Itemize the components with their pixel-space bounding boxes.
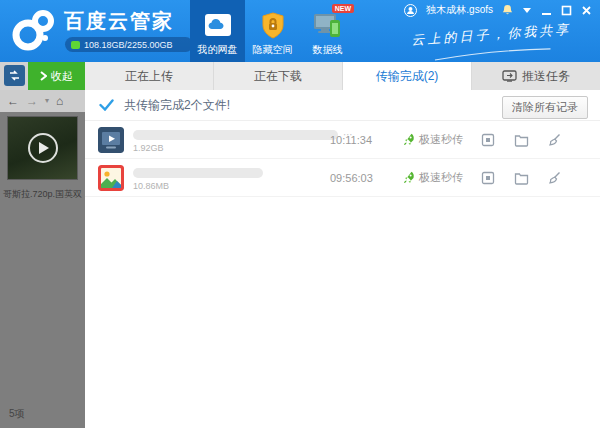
broom-icon[interactable] <box>546 170 562 186</box>
file-row[interactable]: ⋯ 1.92GB 10:11:34 极速秒传 <box>85 121 600 159</box>
completed-transfers-panel: 共传输完成2个文件! 清除所有记录 ⋯ 1.92GB 10:11:34 <box>85 90 600 428</box>
transfer-tabs: 正在上传 正在下载 传输完成(2) 推送任务 <box>85 62 600 90</box>
hidden-space-shield-lock-icon <box>261 9 285 41</box>
transfer-mini-icon[interactable] <box>4 65 25 86</box>
file-time: 09:56:03 <box>330 172 373 184</box>
collapse-button[interactable]: 收起 <box>28 62 85 90</box>
baidu-cloud-logo-icon <box>12 8 58 52</box>
tab-label: 传输完成(2) <box>376 68 439 85</box>
rapid-upload-badge: 极速秒传 <box>403 170 463 185</box>
nav-label: 数据线 <box>313 43 343 57</box>
username[interactable]: 独木成林.gsofs <box>426 3 493 17</box>
my-drive-cloud-icon <box>204 9 232 41</box>
close-icon[interactable] <box>581 5 592 16</box>
broom-icon[interactable] <box>546 132 562 148</box>
items-count: 5项 <box>9 407 25 421</box>
open-folder-icon[interactable] <box>513 132 529 148</box>
data-line-devices-icon <box>313 9 343 41</box>
redacted-filename <box>133 168 263 178</box>
browser-nav-strip: ← → ▾ ⌂ <box>0 90 85 112</box>
bell-icon[interactable] <box>502 4 513 16</box>
file-time: 10:11:34 <box>330 134 372 146</box>
nav-item-data-line[interactable]: NEW 数据线 <box>300 0 355 62</box>
tab-uploading[interactable]: 正在上传 <box>85 62 214 90</box>
minimize-icon[interactable] <box>541 5 552 16</box>
forward-arrow-icon[interactable]: → <box>26 95 38 107</box>
summary-text: 共传输完成2个文件! <box>124 97 230 114</box>
rapid-upload-badge: 极速秒传 <box>403 132 463 147</box>
storage-meter: 108.18GB/2255.00GB <box>65 37 193 52</box>
app-title: 百度云管家 <box>64 8 174 35</box>
header-nav: 我的网盘 隐藏空间 NEW <box>190 0 355 62</box>
rapid-upload-label: 极速秒传 <box>419 132 463 147</box>
app-window: 百度云管家 108.18GB/2255.00GB 我的网盘 <box>0 0 600 428</box>
clear-all-records-button[interactable]: 清除所有记录 <box>502 96 588 119</box>
slogan-text: 云上的日子，你我共享 <box>401 20 582 51</box>
tab-label: 正在下载 <box>254 68 302 85</box>
share-icon[interactable] <box>480 132 496 148</box>
storage-text: 108.18GB/2255.00GB <box>84 40 173 50</box>
summary-row: 共传输完成2个文件! 清除所有记录 <box>85 90 600 121</box>
toolbar: 收起 正在上传 正在下载 传输完成(2) 推送任务 <box>0 62 600 90</box>
titlebar-controls: 独木成林.gsofs <box>404 3 592 17</box>
tab-push-tasks[interactable]: 推送任务 <box>472 62 600 90</box>
avatar[interactable] <box>404 4 417 17</box>
rocket-icon <box>403 171 415 184</box>
check-icon <box>99 99 114 111</box>
rapid-upload-label: 极速秒传 <box>419 170 463 185</box>
storage-progress-fill <box>71 41 80 49</box>
rocket-icon <box>403 133 415 146</box>
collapse-label: 收起 <box>51 69 73 84</box>
chevron-down-icon[interactable] <box>522 6 532 14</box>
nav-label: 隐藏空间 <box>253 43 293 57</box>
dimmed-sidebar: ← → ▾ ⌂ 哥斯拉.720p.国英双 5项 <box>0 90 85 428</box>
push-monitor-icon <box>502 70 517 82</box>
redacted-filename <box>133 130 338 140</box>
new-badge: NEW <box>332 4 354 13</box>
video-caption: 哥斯拉.720p.国英双 <box>2 188 83 201</box>
tab-label: 推送任务 <box>522 68 570 85</box>
slogan-underline <box>433 46 553 62</box>
maximize-icon[interactable] <box>561 5 572 16</box>
nav-item-hidden-space[interactable]: 隐藏空间 <box>245 0 300 62</box>
video-thumbnail[interactable] <box>7 116 78 180</box>
slogan: 云上的日子，你我共享 <box>401 20 583 68</box>
tab-label: 正在上传 <box>125 68 173 85</box>
play-triangle <box>39 142 49 154</box>
chevron-right-icon <box>40 71 47 81</box>
share-icon[interactable] <box>480 170 496 186</box>
nav-item-my-drive[interactable]: 我的网盘 <box>190 0 245 62</box>
home-icon[interactable]: ⌂ <box>56 95 63 107</box>
back-arrow-icon[interactable]: ← <box>7 95 19 107</box>
dropdown-caret-icon[interactable]: ▾ <box>45 97 49 105</box>
open-folder-icon[interactable] <box>513 170 529 186</box>
nav-label: 我的网盘 <box>198 43 238 57</box>
file-size: 10.86MB <box>133 181 169 191</box>
video-file-icon <box>98 127 124 153</box>
file-size: 1.92GB <box>133 143 164 153</box>
header: 百度云管家 108.18GB/2255.00GB 我的网盘 <box>0 0 600 62</box>
image-file-icon <box>98 165 124 191</box>
play-button-icon[interactable] <box>28 133 58 163</box>
tab-completed[interactable]: 传输完成(2) <box>343 62 472 90</box>
file-row[interactable]: 10.86MB 09:56:03 极速秒传 <box>85 159 600 197</box>
tab-downloading[interactable]: 正在下载 <box>214 62 343 90</box>
